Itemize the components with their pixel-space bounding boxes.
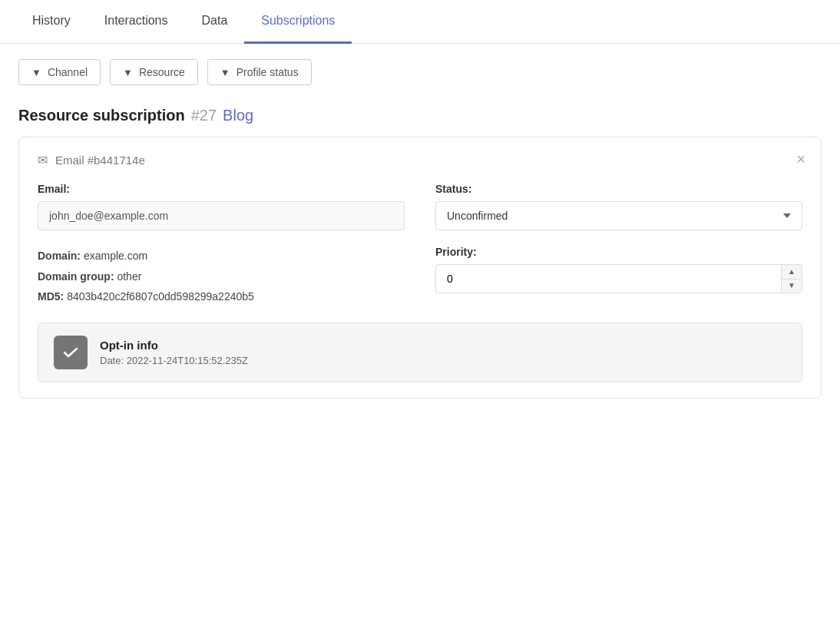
opt-in-text: Opt-in info Date: 2022-11-24T10:15:52.23… <box>100 339 248 366</box>
status-select[interactable]: Unconfirmed Confirmed Unsubscribed <box>435 201 802 230</box>
domain-row: Domain: example.com <box>38 246 405 266</box>
close-icon[interactable]: × <box>796 151 805 167</box>
domain-group-label: Domain group: <box>38 270 114 283</box>
resource-subscription-label: Resource subscription <box>18 107 185 124</box>
opt-in-date: Date: 2022-11-24T10:15:52.235Z <box>100 355 248 366</box>
priority-increment-button[interactable]: ▲ <box>782 265 802 280</box>
filter-resource-button[interactable]: ▼ Resource <box>110 59 198 85</box>
email-label: Email: <box>38 183 405 195</box>
priority-label: Priority: <box>435 246 802 258</box>
domain-group-row: Domain group: other <box>38 266 405 287</box>
md5-value: 8403b420c2f6807c0dd598299a2240b5 <box>67 290 254 303</box>
card-header: ✉ Email #b441714e <box>38 153 802 167</box>
tab-history[interactable]: History <box>15 0 88 44</box>
card-header-title: Email #b441714e <box>55 154 145 167</box>
filter-bar: ▼ Channel ▼ Resource ▼ Profile status <box>0 44 840 101</box>
domain-group-value: other <box>117 270 141 283</box>
tab-data[interactable]: Data <box>185 0 245 44</box>
md5-label: MD5: <box>38 290 64 303</box>
opt-in-date-label: Date: <box>100 355 124 366</box>
filter-profile-status-label: Profile status <box>236 66 299 78</box>
md5-row: MD5: 8403b420c2f6807c0dd598299a2240b5 <box>38 286 405 307</box>
filter-profile-status-icon: ▼ <box>220 67 230 78</box>
card-body: Email: Status: Unconfirmed Confirmed Uns… <box>38 183 802 307</box>
email-field-group: Email: <box>38 183 405 230</box>
status-field-group: Status: Unconfirmed Confirmed Unsubscrib… <box>435 183 802 230</box>
opt-in-date-value: 2022-11-24T10:15:52.235Z <box>127 355 248 366</box>
filter-profile-status-button[interactable]: ▼ Profile status <box>207 59 312 85</box>
priority-spinners: ▲ ▼ <box>781 265 802 293</box>
email-input[interactable] <box>38 201 405 230</box>
opt-in-title: Opt-in info <box>100 339 248 352</box>
status-label: Status: <box>435 183 802 195</box>
subscription-card: ✉ Email #b441714e × Email: Status: Uncon… <box>18 137 822 399</box>
resource-id: #27 <box>191 107 217 124</box>
filter-channel-label: Channel <box>48 66 88 78</box>
priority-input-wrapper: ▲ ▼ <box>435 264 802 293</box>
meta-info-group: Domain: example.com Domain group: other … <box>38 246 405 307</box>
domain-value: example.com <box>84 250 147 262</box>
filter-resource-icon: ▼ <box>123 67 133 78</box>
opt-in-checkbox-icon <box>54 336 88 369</box>
email-icon: ✉ <box>38 153 48 167</box>
priority-decrement-button[interactable]: ▼ <box>782 280 802 293</box>
tab-interactions[interactable]: Interactions <box>88 0 185 44</box>
resource-name[interactable]: Blog <box>223 107 253 124</box>
priority-field-group: Priority: ▲ ▼ <box>435 246 802 307</box>
tab-bar: History Interactions Data Subscriptions <box>0 0 840 44</box>
tab-subscriptions[interactable]: Subscriptions <box>244 0 352 44</box>
filter-channel-button[interactable]: ▼ Channel <box>18 59 101 85</box>
filter-channel-icon: ▼ <box>31 67 41 78</box>
opt-in-box: Opt-in info Date: 2022-11-24T10:15:52.23… <box>38 323 802 382</box>
resource-heading: Resource subscription #27 Blog <box>0 101 840 137</box>
priority-input[interactable] <box>436 265 781 293</box>
filter-resource-label: Resource <box>139 66 185 78</box>
domain-label: Domain: <box>38 250 81 262</box>
